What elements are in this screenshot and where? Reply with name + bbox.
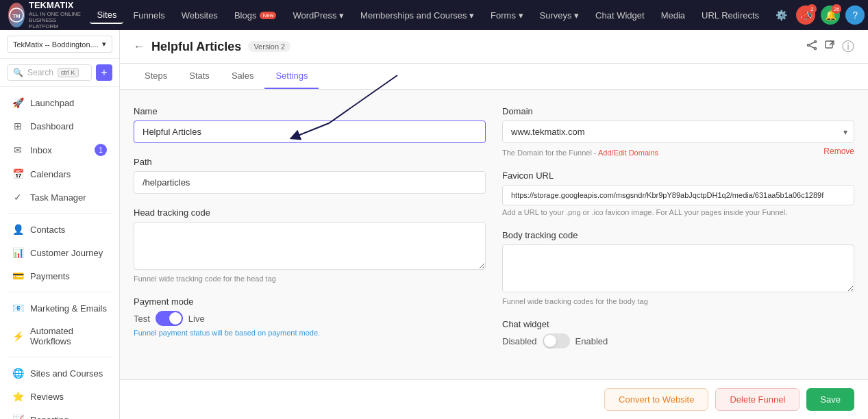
nav-websites[interactable]: Websites [175,8,225,23]
nav-chat-widget[interactable]: Chat Widget [588,8,652,23]
convert-to-website-button[interactable]: Convert to Website [604,388,708,411]
chat-widget-row: Chat widget Disabled Enabled [502,319,854,348]
sidebar-item-reviews[interactable]: ⭐ Reviews [3,385,116,408]
sidebar-item-task-manager[interactable]: ✓ Task Manager [3,186,116,209]
share-icon-btn[interactable] [806,40,817,53]
calendars-icon: 📅 [12,168,23,179]
sidebar-item-inbox[interactable]: ✉ Inbox 1 [3,138,116,162]
reporting-icon: 📈 [12,414,23,419]
sidebar-label-workflows: Automated Workflows [30,326,107,346]
payment-help-link[interactable]: will be based on payment mode. [212,329,320,337]
launchpad-icon: 🚀 [12,97,23,108]
domain-remove-link[interactable]: Remove [823,147,854,156]
sidebar-item-marketing[interactable]: 📧 Marketing & Emails [3,296,116,320]
sidebar-item-sites-courses[interactable]: 🌐 Sites and Courses [3,361,116,385]
logo-area: TM TEKMATIX ALL IN ONE ONLINE BUSINESS P… [8,1,82,29]
path-input[interactable] [134,171,486,194]
bell-icon-btn[interactable]: 🔔 26 [821,5,840,25]
name-field-row: Name [134,106,486,143]
marketing-icon: 📧 [12,303,23,314]
settings-content: Name Path Head tracking code Funnel wide… [120,90,868,379]
tab-stats[interactable]: Stats [178,64,221,89]
add-button[interactable]: + [96,64,112,81]
footer-actions: Convert to Website Delete Funnel Save [120,379,868,419]
settings-icon-btn[interactable]: ⚙️ [771,5,791,25]
add-edit-domains-link[interactable]: Add/Edit Domains [598,149,658,157]
version-badge: Version 2 [248,41,290,52]
tab-steps[interactable]: Steps [134,64,178,89]
chat-widget-label: Chat widget [502,319,854,329]
sidebar-item-workflows[interactable]: ⚡ Automated Workflows [3,320,116,353]
nav-blogs[interactable]: Blogs New [227,8,284,23]
settings-grid: Name Path Head tracking code Funnel wide… [134,106,854,362]
sidebar-item-launchpad[interactable]: 🚀 Launchpad [3,91,116,114]
org-dropdown[interactable]: TekMatix -- Boddington.... ▾ [7,36,112,53]
chat-widget-toggle[interactable] [543,333,570,348]
nav-url-redirects[interactable]: URL Redirects [695,8,766,23]
domain-select[interactable]: www.tekmatix.com [502,120,854,143]
sidebar-item-calendars[interactable]: 📅 Calendars [3,162,116,186]
nav-surveys[interactable]: Surveys ▾ [533,8,586,23]
main-content: ← Helpful Articles Version 2 ⓘ [120,30,868,419]
sites-courses-icon: 🌐 [12,368,23,379]
megaphone-icon-btn[interactable]: 📣 2 [796,5,815,25]
logo-name: TEKMATIX [29,1,82,10]
sidebar-item-dashboard[interactable]: ⊞ Dashboard [3,114,116,138]
search-field-display[interactable]: 🔍 Search ctrl K [7,64,92,81]
nav-forms[interactable]: Forms ▾ [484,8,530,23]
payment-mode-toggle-group: Test Live [134,311,486,326]
sidebar-item-customer-journey[interactable]: 📊 Customer Journey [3,241,116,264]
payment-live-label: Live [188,314,205,324]
domain-field-row: Domain www.tekmatix.com ▾ The Domain for… [502,106,854,157]
divider-2 [7,292,112,292]
body-tracking-input[interactable] [502,244,854,292]
tab-settings[interactable]: Settings [264,64,319,89]
nav-sites[interactable]: Sites [90,7,123,24]
head-tracking-help: Funnel wide tracking code for the head t… [134,275,486,283]
external-link-icon-btn[interactable] [824,40,835,53]
sidebar-label-marketing: Marketing & Emails [30,303,107,314]
left-column: Name Path Head tracking code Funnel wide… [134,106,486,362]
name-input[interactable] [134,120,486,143]
name-label: Name [134,106,486,116]
customer-journey-icon: 📊 [12,247,23,258]
dashboard-icon: ⊞ [12,120,23,131]
sidebar-item-payments[interactable]: 💳 Payments [3,264,116,288]
body-tracking-row: Body tracking code Funnel wide tracking … [502,230,854,305]
tabs-bar: Steps Stats Sales Settings [120,64,868,90]
inbox-icon: ✉ [12,144,23,155]
domain-label: Domain [502,106,854,116]
logo-icon: TM [8,3,25,27]
favicon-input[interactable] [502,185,854,205]
nav-funnels[interactable]: Funnels [126,8,171,23]
save-button[interactable]: Save [806,388,854,411]
reviews-icon: ⭐ [12,391,23,402]
chat-widget-toggle-group: Disabled Enabled [502,333,854,348]
tab-sales[interactable]: Sales [221,64,265,89]
chat-enabled-label: Enabled [575,336,608,346]
sidebar-label-sites-courses: Sites and Courses [30,368,107,379]
back-button[interactable]: ← [134,40,145,53]
nav-wordpress[interactable]: WordPress ▾ [286,8,351,23]
sidebar-item-contacts[interactable]: 👤 Contacts [3,218,116,241]
payment-test-label: Test [134,314,150,324]
payment-mode-toggle[interactable] [156,311,183,326]
path-label: Path [134,157,486,167]
head-tracking-input[interactable] [134,222,486,270]
info-icon-btn[interactable]: ⓘ [842,38,854,55]
favicon-help: Add a URL to your .png or .ico favicon i… [502,208,854,216]
search-shortcut: ctrl K [58,68,79,77]
nav-memberships[interactable]: Memberships and Courses ▾ [354,8,481,23]
sidebar-label-payments: Payments [30,271,107,281]
head-tracking-row: Head tracking code Funnel wide tracking … [134,207,486,283]
sidebar-label-contacts: Contacts [30,225,107,235]
search-bar-container: 🔍 Search ctrl K + [0,59,119,87]
sidebar-item-reporting[interactable]: 📈 Reporting [3,408,116,419]
help-icon-btn[interactable]: ? [845,5,865,25]
org-selector[interactable]: TekMatix -- Boddington.... ▾ [0,30,119,59]
nav-media[interactable]: Media [654,8,692,23]
delete-funnel-button[interactable]: Delete Funnel [715,388,799,411]
chevron-down-icon: ▾ [102,40,106,49]
svg-text:TM: TM [12,13,21,19]
domain-help-text: The Domain for the Funnel - Add/Edit Dom… [502,149,658,157]
